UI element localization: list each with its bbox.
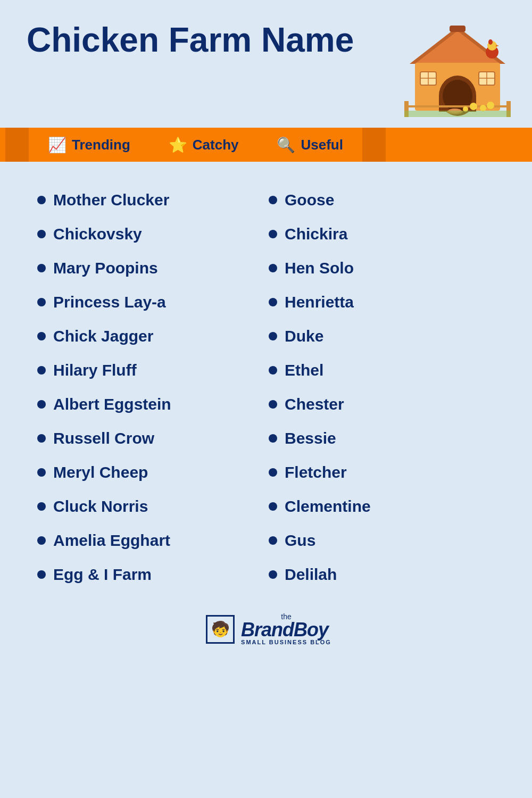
tab-accent-left <box>5 128 29 162</box>
bullet-icon <box>37 400 46 409</box>
item-text: Cluck Norris <box>53 497 148 516</box>
item-text: Fletcher <box>285 463 347 482</box>
bullet-icon <box>37 536 46 545</box>
tabs-bar: 📈 Trending ⭐ Catchy 🔍 Useful <box>0 128 532 162</box>
item-text: Chick Jagger <box>53 327 153 346</box>
tab-trending[interactable]: 📈 Trending <box>29 128 149 162</box>
bullet-icon <box>37 468 46 477</box>
svg-point-23 <box>487 102 494 109</box>
page-title: Chicken Farm Name <box>27 21 354 59</box>
bullet-icon <box>37 570 46 579</box>
bullet-icon <box>37 230 46 238</box>
item-text: Mother Clucker <box>53 190 169 210</box>
list-item: Meryl Cheep <box>37 455 269 489</box>
list-item: Cluck Norris <box>37 489 269 523</box>
chicken-house-illustration <box>404 21 511 117</box>
item-text: Goose <box>285 190 334 210</box>
item-text: Duke <box>285 327 323 346</box>
item-text: Mary Poopins <box>53 259 158 278</box>
bullet-icon <box>269 196 277 204</box>
tab-trending-label: Trending <box>72 137 130 153</box>
item-text: Hilary Fluff <box>53 361 137 380</box>
item-text: Chickira <box>285 225 347 244</box>
list-item: Princess Lay-a <box>37 285 269 319</box>
list-section: Mother Clucker Chickovsky Mary Poopins P… <box>27 183 511 592</box>
header: Chicken Farm Name <box>27 21 511 117</box>
list-item: Mother Clucker <box>37 183 269 217</box>
useful-icon: 🔍 <box>277 136 295 154</box>
item-text: Russell Crow <box>53 429 154 448</box>
item-text: Delilah <box>285 565 337 584</box>
bullet-icon <box>269 434 277 443</box>
list-item: Ethel <box>269 353 500 387</box>
trending-icon: 📈 <box>48 136 66 154</box>
item-text: Princess Lay-a <box>53 293 166 312</box>
svg-marker-1 <box>415 31 500 64</box>
bullet-icon <box>269 366 277 375</box>
tab-catchy[interactable]: ⭐ Catchy <box>149 128 258 162</box>
svg-point-20 <box>470 103 477 110</box>
list-item: Henrietta <box>269 285 500 319</box>
svg-marker-18 <box>496 45 499 47</box>
bullet-icon <box>37 332 46 340</box>
bullet-icon <box>37 264 46 272</box>
brand-text: the BrandBoy SMALL BUSINESS BLOG <box>241 613 331 645</box>
bullet-icon <box>269 298 277 306</box>
list-item: Chickovsky <box>37 217 269 251</box>
item-text: Gus <box>285 531 315 550</box>
bullet-icon <box>269 570 277 579</box>
footer: 🧒 the BrandBoy SMALL BUSINESS BLOG <box>27 613 511 645</box>
tab-useful[interactable]: 🔍 Useful <box>257 128 362 162</box>
item-text: Henrietta <box>285 293 354 312</box>
svg-rect-26 <box>404 111 511 117</box>
bullet-icon <box>269 400 277 409</box>
list-item: Russell Crow <box>37 421 269 455</box>
list-item: Hen Solo <box>269 251 500 285</box>
bullet-icon <box>269 230 277 238</box>
brand-logo-icon: 🧒 <box>211 620 230 638</box>
bullet-icon <box>269 264 277 272</box>
list-item: Delilah <box>269 558 500 592</box>
bullet-icon <box>37 502 46 511</box>
list-item: Egg & I Farm <box>37 558 269 592</box>
bullet-icon <box>37 366 46 375</box>
item-text: Bessie <box>285 429 336 448</box>
bullet-icon <box>269 468 277 477</box>
list-item: Mary Poopins <box>37 251 269 285</box>
list-item: Hilary Fluff <box>37 353 269 387</box>
list-item: Chickira <box>269 217 500 251</box>
brand-name: BrandBoy <box>241 620 331 639</box>
svg-point-21 <box>480 105 486 111</box>
bullet-icon <box>37 434 46 443</box>
page-wrapper: Chicken Farm Name <box>0 0 532 798</box>
bullet-icon <box>37 298 46 306</box>
left-column: Mother Clucker Chickovsky Mary Poopins P… <box>37 183 269 592</box>
item-text: Chickovsky <box>53 225 142 244</box>
item-text: Amelia Egghart <box>53 531 170 550</box>
list-item: Goose <box>269 183 500 217</box>
tab-catchy-label: Catchy <box>193 137 239 153</box>
list-item: Chick Jagger <box>37 319 269 353</box>
list-item: Clementine <box>269 489 500 523</box>
list-item: Chester <box>269 387 500 421</box>
tab-useful-label: Useful <box>301 137 343 153</box>
list-item: Gus <box>269 523 500 558</box>
tab-accent-right <box>362 128 386 162</box>
list-item: Duke <box>269 319 500 353</box>
list-item: Albert Eggstein <box>37 387 269 421</box>
svg-rect-2 <box>450 26 466 32</box>
item-text: Meryl Cheep <box>53 463 148 482</box>
brand-logo-box: 🧒 <box>206 615 235 644</box>
item-text: Ethel <box>285 361 323 380</box>
right-column: Goose Chickira Hen Solo Henrietta Duke E… <box>269 183 500 592</box>
list-item: Amelia Egghart <box>37 523 269 558</box>
brand-tagline: SMALL BUSINESS BLOG <box>241 639 331 645</box>
list-item: Fletcher <box>269 455 500 489</box>
item-text: Hen Solo <box>285 259 354 278</box>
catchy-icon: ⭐ <box>169 136 187 154</box>
bullet-icon <box>269 502 277 511</box>
svg-point-19 <box>488 39 493 45</box>
item-text: Egg & I Farm <box>53 565 152 584</box>
item-text: Albert Eggstein <box>53 395 171 414</box>
bullet-icon <box>269 332 277 340</box>
